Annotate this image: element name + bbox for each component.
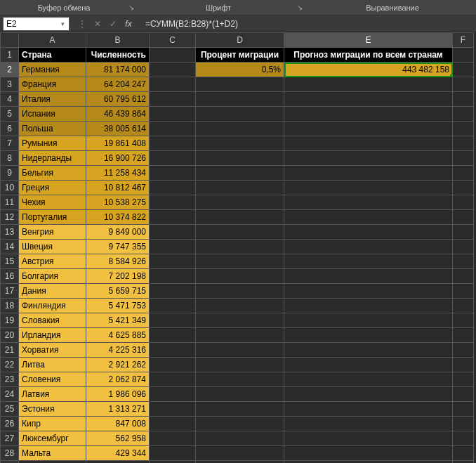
cell[interactable] [150, 299, 196, 313]
column-header-F[interactable]: F [453, 33, 474, 48]
cell[interactable] [150, 63, 196, 77]
row-header[interactable]: 28 [1, 446, 19, 461]
cell[interactable] [453, 446, 474, 461]
row-header[interactable]: 23 [1, 372, 19, 387]
cell[interactable] [19, 461, 86, 464]
cell[interactable] [150, 343, 196, 358]
row-header[interactable]: 11 [1, 195, 19, 210]
cell[interactable] [284, 387, 453, 402]
cell[interactable] [284, 122, 453, 136]
cell[interactable] [196, 284, 284, 299]
formula-input[interactable] [141, 17, 476, 31]
cell[interactable] [196, 461, 284, 464]
cell[interactable] [284, 240, 453, 254]
population-cell[interactable]: 10 374 822 [86, 210, 150, 225]
country-cell[interactable]: Португалия [19, 210, 86, 225]
cell[interactable] [453, 240, 474, 254]
row-header[interactable]: 29 [1, 461, 19, 464]
row-header[interactable]: 19 [1, 313, 19, 328]
cell[interactable] [196, 92, 284, 107]
row-header[interactable]: 17 [1, 284, 19, 299]
row-header[interactable]: 25 [1, 402, 19, 417]
population-cell[interactable]: 2 921 262 [86, 358, 150, 372]
cell[interactable] [150, 313, 196, 328]
cell[interactable] [196, 195, 284, 210]
table-header-cell[interactable]: Численность [86, 48, 150, 63]
cell[interactable] [284, 210, 453, 225]
country-cell[interactable]: Германия [19, 63, 86, 77]
cell[interactable] [150, 210, 196, 225]
population-cell[interactable]: 81 174 000 [86, 63, 150, 77]
cell[interactable] [150, 136, 196, 151]
cell[interactable] [284, 181, 453, 195]
name-box[interactable]: E2 ▾ [3, 17, 70, 31]
cell[interactable] [150, 77, 196, 92]
population-cell[interactable]: 64 204 247 [86, 77, 150, 92]
row-header[interactable]: 20 [1, 328, 19, 343]
cell[interactable] [453, 63, 474, 77]
row-header[interactable]: 27 [1, 431, 19, 446]
cell[interactable] [453, 151, 474, 166]
cell[interactable] [453, 417, 474, 431]
table-header-cell[interactable]: Страна [19, 48, 86, 63]
cell[interactable] [284, 269, 453, 284]
country-cell[interactable]: Латвия [19, 387, 86, 402]
population-cell[interactable]: 10 812 467 [86, 181, 150, 195]
row-header[interactable]: 24 [1, 387, 19, 402]
country-cell[interactable]: Кипр [19, 417, 86, 431]
cell[interactable] [453, 136, 474, 151]
cell[interactable] [284, 358, 453, 372]
row-header[interactable]: 15 [1, 254, 19, 269]
country-cell[interactable]: Дания [19, 284, 86, 299]
cell[interactable] [284, 254, 453, 269]
population-cell[interactable]: 847 008 [86, 417, 150, 431]
cell[interactable] [453, 372, 474, 387]
population-cell[interactable]: 38 005 614 [86, 122, 150, 136]
cell[interactable] [150, 431, 196, 446]
cell[interactable] [284, 92, 453, 107]
row-header[interactable]: 5 [1, 107, 19, 122]
cell[interactable] [196, 181, 284, 195]
population-cell[interactable]: 5 471 753 [86, 299, 150, 313]
cell[interactable] [196, 358, 284, 372]
column-header-A[interactable]: A [19, 33, 86, 48]
population-cell[interactable]: 10 538 275 [86, 195, 150, 210]
country-cell[interactable]: Греция [19, 181, 86, 195]
country-cell[interactable]: Ирландия [19, 328, 86, 343]
migration-percent-cell[interactable]: 0,5% [196, 63, 284, 77]
population-cell[interactable]: 4 625 885 [86, 328, 150, 343]
cell[interactable] [453, 387, 474, 402]
cell[interactable] [196, 122, 284, 136]
cell[interactable] [86, 461, 150, 464]
cell[interactable] [196, 299, 284, 313]
country-cell[interactable]: Словакия [19, 313, 86, 328]
cell[interactable] [150, 284, 196, 299]
row-header[interactable]: 7 [1, 136, 19, 151]
population-cell[interactable]: 16 900 726 [86, 151, 150, 166]
country-cell[interactable]: Австрия [19, 254, 86, 269]
cell[interactable] [284, 461, 453, 464]
cell[interactable] [150, 151, 196, 166]
cell[interactable] [453, 92, 474, 107]
cell[interactable] [284, 402, 453, 417]
cell[interactable] [453, 195, 474, 210]
cell[interactable] [284, 151, 453, 166]
column-header-B[interactable]: B [86, 33, 150, 48]
cell[interactable] [453, 299, 474, 313]
cell[interactable] [453, 225, 474, 240]
cell[interactable] [150, 48, 196, 63]
cell[interactable] [196, 107, 284, 122]
cell[interactable] [196, 387, 284, 402]
row-header[interactable]: 21 [1, 343, 19, 358]
cell[interactable] [196, 269, 284, 284]
cell[interactable] [453, 313, 474, 328]
cell[interactable] [150, 254, 196, 269]
accept-icon[interactable]: ✓ [106, 17, 120, 31]
country-cell[interactable]: Болгария [19, 269, 86, 284]
cell[interactable] [453, 402, 474, 417]
cell[interactable] [150, 107, 196, 122]
population-cell[interactable]: 4 225 316 [86, 343, 150, 358]
cell[interactable] [453, 122, 474, 136]
row-header[interactable]: 14 [1, 240, 19, 254]
row-header[interactable]: 26 [1, 417, 19, 431]
